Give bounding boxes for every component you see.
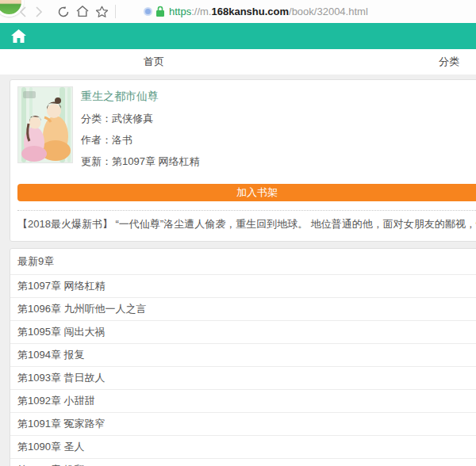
site-header: [0, 23, 476, 49]
home-icon[interactable]: [11, 29, 26, 43]
chapter-link[interactable]: 第1090章 圣人: [10, 435, 476, 458]
page-body: 重生之都市仙尊 分类：武侠修真 作者：洛书 更新：第1097章 网络杠精 加入书…: [0, 74, 476, 466]
nav-bar: 首页 分类: [0, 49, 476, 74]
url-separator: ://: [191, 6, 200, 17]
back-icon[interactable]: [19, 0, 26, 23]
chapter-link[interactable]: 第1092章 小甜甜: [10, 389, 476, 412]
address-bar[interactable]: https://m.168kanshu.com/book/32004.html: [169, 0, 368, 23]
book-title: 重生之都市仙尊: [81, 90, 200, 104]
chapter-link[interactable]: 第1095章 闯出大祸: [10, 320, 476, 343]
nav-item-home[interactable]: 首页: [144, 49, 164, 74]
browser-home-icon[interactable]: [76, 0, 89, 23]
nav-item-category[interactable]: 分类: [439, 49, 459, 74]
site-info-icon[interactable]: [144, 7, 152, 16]
chapter-link[interactable]: 第1094章 报复: [10, 343, 476, 366]
book-update-line: 更新：第1097章 网络杠精: [81, 155, 200, 169]
category-label: 分类：: [81, 113, 112, 124]
chapter-link[interactable]: 第1097章 网络杠精: [10, 274, 476, 297]
chapter-link[interactable]: 第1089章 推翻: [10, 458, 476, 466]
bookmark-star-icon[interactable]: [95, 0, 109, 23]
chapter-link[interactable]: 第1091章 冤家路窄: [10, 412, 476, 435]
latest-chapters-header: 最新9章: [10, 249, 476, 274]
chapter-link[interactable]: 第1096章 九州听他一人之言: [10, 297, 476, 320]
browser-toolbar: https://m.168kanshu.com/book/32004.html: [0, 0, 476, 23]
book-category-line: 分类：武侠修真: [81, 112, 200, 126]
toolbar-divider: [115, 5, 116, 18]
author-label: 作者：: [81, 134, 112, 146]
author-value: 洛书: [112, 134, 132, 146]
latest-chapters-card: 最新9章 第1097章 网络杠精 第1096章 九州听他一人之言 第1095章 …: [10, 248, 476, 466]
forward-icon[interactable]: [36, 0, 43, 23]
update-label: 更新：: [81, 155, 112, 167]
url-path: /book/32004.html: [289, 6, 368, 17]
category-value: 武侠修真: [112, 113, 153, 124]
book-cover-image[interactable]: [17, 86, 73, 163]
chapter-link[interactable]: 第1093章 昔日故人: [10, 366, 476, 389]
refresh-icon[interactable]: [57, 0, 70, 23]
book-author-line: 作者：洛书: [81, 133, 200, 147]
url-domain: 168kanshu.com: [211, 6, 289, 17]
https-lock-icon[interactable]: [155, 0, 165, 23]
url-scheme: https: [169, 6, 191, 17]
update-value[interactable]: 第1097章 网络杠精: [112, 155, 200, 167]
book-description: 【2018最火爆新书】 “一代仙尊”洛尘遭人偷袭，重生回到地球。 地位普通的他，…: [17, 211, 476, 231]
add-to-shelf-button[interactable]: 加入书架: [17, 184, 476, 201]
url-subdomain: m.: [200, 6, 211, 17]
book-info-card: 重生之都市仙尊 分类：武侠修真 作者：洛书 更新：第1097章 网络杠精 加入书…: [10, 79, 476, 242]
